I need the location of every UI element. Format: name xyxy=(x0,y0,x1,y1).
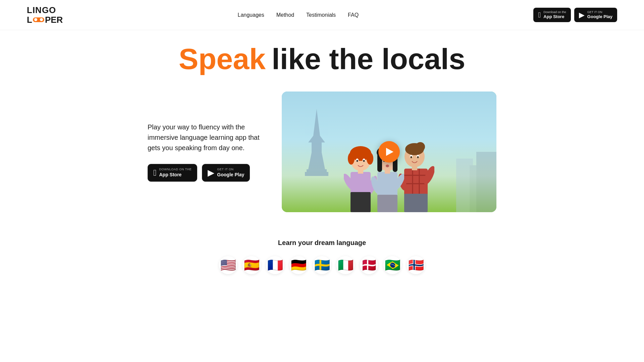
nav-faq[interactable]: FAQ xyxy=(348,12,359,18)
logo[interactable]: LINGO L PER xyxy=(27,5,63,24)
nav-google-play-button[interactable]: ▶ GET IT ON Google Play xyxy=(574,8,617,22)
flag-spanish[interactable]: 🇪🇸 xyxy=(243,256,261,274)
nav-store-buttons:  Download on the App Store ▶ GET IT ON … xyxy=(533,8,617,22)
cta-google-play-button[interactable]: ▶ GET IT ON Google Play xyxy=(202,164,250,182)
flag-swedish[interactable]: 🇸🇪 xyxy=(313,256,331,274)
logo-l: L xyxy=(27,15,32,25)
hero-section: Speak like the locals xyxy=(0,30,644,81)
hero-rest: like the locals xyxy=(272,44,465,74)
left-column: Play your way to fluency with the immers… xyxy=(148,122,262,182)
hero-speak: Speak xyxy=(179,44,266,74)
nav-languages[interactable]: Languages xyxy=(238,12,264,18)
nav-testimonials[interactable]: Testimonials xyxy=(306,12,336,18)
svg-rect-20 xyxy=(351,192,371,212)
nav-links: Languages Method Testimonials FAQ xyxy=(238,12,359,18)
logo-top: LINGO xyxy=(27,5,63,15)
cta-google-play-icon: ▶ xyxy=(208,168,214,178)
svg-point-45 xyxy=(416,142,425,152)
flag-french[interactable]: 🇫🇷 xyxy=(266,256,284,274)
languages-section: Learn your dream language 🇺🇸 🇪🇸 🇫🇷 🇩🇪 🇸🇪… xyxy=(0,226,644,294)
nav-google-play-small: GET IT ON xyxy=(587,10,612,14)
languages-heading: Learn your dream language xyxy=(27,239,617,247)
flag-danish[interactable]: 🇩🇰 xyxy=(360,256,378,274)
google-play-icon: ▶ xyxy=(579,11,585,19)
flag-italian[interactable]: 🇮🇹 xyxy=(336,256,355,274)
hero-headline: Speak like the locals xyxy=(27,44,617,74)
logo-oval-icon xyxy=(33,17,44,22)
flags-row: 🇺🇸 🇪🇸 🇫🇷 🇩🇪 🇸🇪 🇮🇹 🇩🇰 🇧🇷 🇳🇴 xyxy=(27,256,617,274)
description-text: Play your way to fluency with the immers… xyxy=(148,122,262,153)
flag-german[interactable]: 🇩🇪 xyxy=(289,256,308,274)
svg-point-14 xyxy=(348,153,355,165)
svg-point-33 xyxy=(386,165,389,167)
nav-method[interactable]: Method xyxy=(276,12,294,18)
navbar: LINGO L PER Languages Method Testimonial… xyxy=(0,0,644,30)
cta-google-play-big: Google Play xyxy=(217,172,244,178)
main-content: Play your way to fluency with the immers… xyxy=(121,81,523,226)
svg-rect-50 xyxy=(404,194,428,212)
cta-app-store-button[interactable]:  Download on the App Store xyxy=(148,164,197,182)
flag-norwegian[interactable]: 🇳🇴 xyxy=(407,256,425,274)
svg-rect-34 xyxy=(377,195,397,212)
svg-point-49 xyxy=(417,156,419,158)
svg-point-48 xyxy=(411,156,412,158)
cta-google-play-small: GET IT ON xyxy=(217,168,244,172)
nav-google-play-big: Google Play xyxy=(587,14,612,19)
flag-english[interactable]: 🇺🇸 xyxy=(219,256,237,274)
flag-portuguese[interactable]: 🇧🇷 xyxy=(383,256,401,274)
logo-per: PER xyxy=(45,15,63,25)
nav-app-store-big: App Store xyxy=(543,14,566,19)
cta-apple-icon:  xyxy=(153,168,157,178)
play-button[interactable] xyxy=(378,141,400,163)
cta-buttons:  Download on the App Store ▶ GET IT ON … xyxy=(148,164,262,182)
cta-app-store-big: App Store xyxy=(159,172,192,178)
cta-app-store-small: Download on the xyxy=(159,168,192,172)
video-container[interactable] xyxy=(282,92,496,212)
apple-icon:  xyxy=(538,11,541,19)
nav-app-store-button[interactable]:  Download on the App Store xyxy=(533,8,571,22)
svg-point-19 xyxy=(363,160,365,162)
svg-point-18 xyxy=(357,160,358,162)
nav-app-store-small: Download on the xyxy=(543,10,566,14)
